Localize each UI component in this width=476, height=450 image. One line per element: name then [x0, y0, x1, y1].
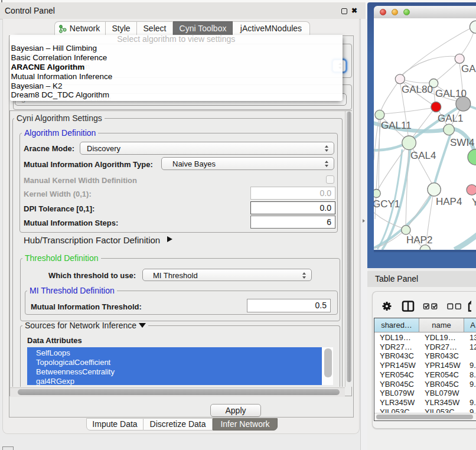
svg-text:GCY1: GCY1	[374, 198, 400, 210]
svg-text:GAL11: GAL11	[381, 120, 412, 131]
svg-text:GAL80: GAL80	[402, 84, 433, 95]
svg-text:GAL4: GAL4	[410, 150, 436, 161]
svg-text:Y: Y	[472, 197, 476, 208]
svg-text:HAP2: HAP2	[406, 234, 432, 246]
svg-text:GAL: GAL	[461, 63, 476, 74]
svg-text:HAP4: HAP4	[436, 196, 462, 207]
svg-text:SWI4: SWI4	[450, 137, 475, 148]
svg-text:GAL10: GAL10	[435, 88, 467, 99]
svg-text:GAL1: GAL1	[438, 113, 463, 124]
